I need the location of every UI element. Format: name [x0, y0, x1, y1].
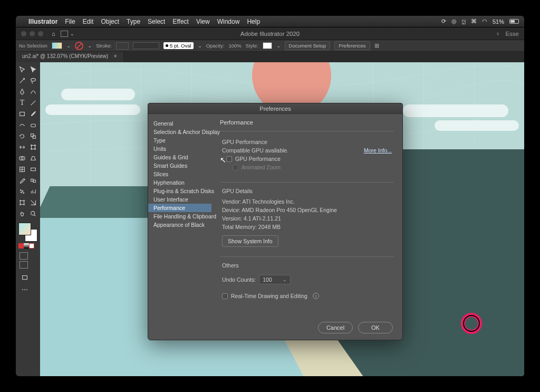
mesh-tool-icon[interactable] [17, 164, 27, 175]
graph-tool-icon[interactable] [28, 186, 38, 197]
prefs-cat-units[interactable]: Units [148, 145, 211, 153]
chevron-down-icon[interactable]: ⌄ [198, 43, 202, 49]
svg-point-0 [31, 79, 36, 81]
realtime-drawing-checkbox[interactable] [222, 293, 228, 299]
dialog-footer: Cancel OK [148, 315, 402, 340]
prefs-cat-plugins[interactable]: Plug-ins & Scratch Disks [148, 187, 211, 195]
control-bar: No Selection ⌄ ⌄ Stroke: 5 pt. Oval⌄ Opa… [16, 40, 524, 52]
brush-select[interactable]: 5 pt. Oval [163, 42, 194, 49]
prefs-cat-file-handling[interactable]: File Handling & Clipboard [148, 212, 211, 221]
magic-wand-tool-icon[interactable] [17, 75, 27, 86]
arrange-icon[interactable] [61, 31, 68, 37]
direct-selection-tool-icon[interactable] [28, 64, 38, 75]
slice-tool-icon[interactable] [28, 197, 38, 208]
ok-button[interactable]: OK [358, 322, 393, 333]
prefs-cat-selection[interactable]: Selection & Anchor Display [148, 128, 211, 136]
menu-object[interactable]: Object [101, 18, 119, 25]
perspective-tool-icon[interactable] [28, 153, 38, 164]
prefs-cat-type[interactable]: Type [148, 136, 211, 145]
scale-tool-icon[interactable] [28, 131, 38, 141]
prefs-cat-general[interactable]: General [148, 119, 211, 128]
pen-tool-icon[interactable] [17, 87, 27, 97]
artboard-tool-icon[interactable] [17, 197, 27, 208]
free-transform-tool-icon[interactable] [28, 142, 38, 152]
menu-type[interactable]: Type [127, 18, 140, 25]
width-tool-icon[interactable] [17, 142, 27, 152]
svg-rect-13 [31, 168, 36, 170]
stroke-profile[interactable] [133, 42, 159, 49]
stroke-weight[interactable] [116, 42, 129, 50]
menu-select[interactable]: Select [148, 18, 165, 25]
prefs-cat-ui[interactable]: User Interface [148, 195, 211, 204]
prefs-cat-black[interactable]: Appearance of Black [148, 221, 211, 229]
fill-stroke-swatches[interactable] [18, 223, 37, 242]
home-icon[interactable]: ⌂ [52, 31, 55, 37]
menu-effect[interactable]: Effect [172, 18, 188, 25]
info-icon[interactable]: i [313, 293, 319, 299]
cancel-button[interactable]: Cancel [318, 322, 353, 333]
gradient-tool-icon[interactable] [28, 164, 38, 175]
prefs-cat-smart-guides[interactable]: Smart Guides [148, 161, 211, 170]
menu-edit[interactable]: Edit [83, 18, 94, 25]
line-tool-icon[interactable] [28, 98, 38, 108]
rotate-tool-icon[interactable] [17, 131, 27, 141]
more-info-link[interactable]: More Info... [364, 147, 392, 154]
wifi-icon[interactable]: ◠ [482, 18, 487, 25]
device-value: AMD Radeon Pro 450 OpenGL Engine [242, 207, 337, 213]
chevron-down-icon[interactable]: ⌄ [66, 43, 71, 49]
document-tab[interactable]: un2.ai* @ 132.07% (CMYK/Preview) × [16, 52, 124, 62]
symbol-sprayer-tool-icon[interactable] [17, 186, 27, 197]
prefs-cat-slices[interactable]: Slices [148, 170, 211, 178]
document-setup-button[interactable]: Document Setup [285, 41, 331, 50]
no-stroke-icon[interactable] [75, 42, 83, 50]
cc-icon[interactable]: ◎ [451, 18, 457, 25]
paintbrush-tool-icon[interactable] [28, 109, 38, 119]
chevron-down-icon[interactable]: ⌄ [276, 43, 281, 49]
menu-window[interactable]: Window [217, 18, 240, 25]
hand-tool-icon[interactable] [17, 208, 27, 219]
chevron-down-icon[interactable]: ⌄ [70, 31, 74, 36]
preferences-button[interactable]: Preferences [334, 41, 370, 50]
blend-tool-icon[interactable] [28, 175, 38, 186]
menu-view[interactable]: View [196, 18, 210, 25]
draw-mode-icons[interactable] [20, 252, 39, 269]
menu-help[interactable]: Help [247, 18, 260, 25]
close-icon[interactable]: × [114, 53, 117, 59]
lasso-tool-icon[interactable] [28, 75, 38, 86]
bluetooth-icon[interactable]: ⌘ [471, 18, 477, 25]
prefs-content: Performance GPU Performance Compatible G… [211, 114, 402, 315]
menu-file[interactable]: File [65, 18, 75, 25]
edit-toolbar-icon[interactable]: ⋯ [20, 284, 30, 295]
opacity-value[interactable]: 100% [229, 43, 242, 49]
undo-counts-select[interactable]: 100 [259, 275, 291, 284]
align-icon[interactable]: ⊞ [374, 42, 379, 49]
search-icon[interactable]: ♀ [496, 31, 500, 37]
shape-builder-tool-icon[interactable] [17, 153, 27, 164]
eyedropper-tool-icon[interactable] [17, 175, 27, 186]
fill-swatch[interactable] [52, 42, 62, 49]
window-controls[interactable] [16, 31, 49, 36]
svg-point-18 [21, 192, 22, 193]
style-swatch[interactable] [263, 42, 272, 49]
chevron-down-icon[interactable]: ⌄ [88, 43, 92, 49]
workspace-label[interactable]: Esse [505, 31, 519, 37]
selection-tool-icon[interactable] [17, 64, 27, 75]
prefs-cat-performance[interactable]: Performance [148, 204, 211, 212]
menu-app[interactable]: Illustrator [28, 18, 57, 25]
show-system-info-button[interactable]: Show System Info [222, 235, 278, 247]
rectangle-tool-icon[interactable] [17, 109, 27, 119]
prefs-cat-hyphenation[interactable]: Hyphenation [148, 178, 211, 187]
curvature-tool-icon[interactable] [28, 87, 38, 97]
prefs-cat-guides[interactable]: Guides & Grid [148, 153, 211, 161]
sync-icon[interactable]: ⟳ [441, 18, 446, 25]
eraser-tool-icon[interactable] [28, 120, 38, 130]
color-mode-icons[interactable] [18, 243, 39, 248]
shaper-tool-icon[interactable] [17, 120, 27, 130]
zoom-tool-icon[interactable] [28, 208, 38, 219]
battery-icon [509, 19, 519, 24]
user-icon[interactable]: ⍰ [462, 18, 466, 25]
type-tool-icon[interactable]: T [17, 98, 27, 108]
screen-mode-icon[interactable] [20, 272, 30, 283]
vendor-label: Vendor: [222, 198, 241, 205]
gpu-performance-checkbox[interactable] [226, 156, 232, 162]
